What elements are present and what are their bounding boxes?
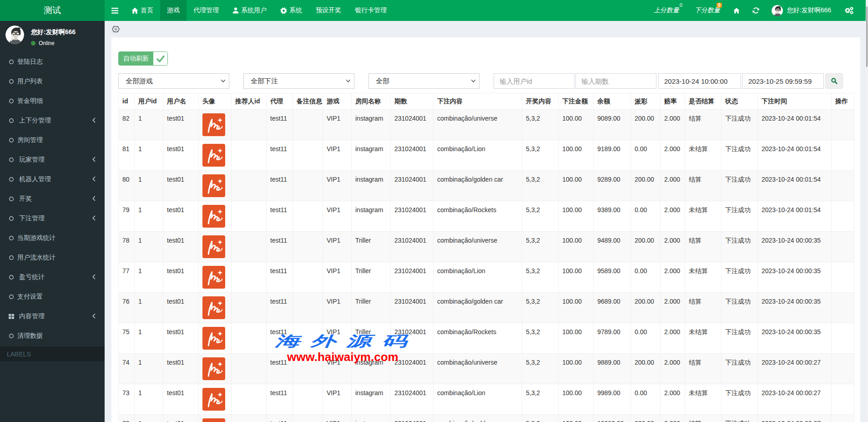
cell-referrer (232, 262, 267, 293)
sidebar-item[interactable]: 玩家管理 (0, 150, 105, 169)
sidebar-user-name: 您好:发财啊666 (31, 28, 76, 36)
column-header: 下注金额 (559, 93, 594, 110)
nav-item-bankcard[interactable]: 银行卡管理 (348, 0, 394, 21)
sidebar-item[interactable]: 开奖 (0, 189, 105, 208)
cell-settled: 未结算 (685, 262, 722, 293)
cell-settled: 结算 (685, 232, 722, 262)
column-header: 头像 (199, 93, 232, 110)
auto-refresh-checkbox[interactable] (153, 52, 167, 65)
sidebar-item[interactable]: 内容管理 (0, 306, 105, 326)
cell-result: 5,3,2 (522, 262, 559, 293)
sidebar-item[interactable]: 清理数据 (0, 326, 105, 346)
sidebar-item[interactable]: 登陆日志 (0, 52, 105, 71)
sidebar-item-label: 登陆日志 (17, 58, 43, 66)
breadcrumb (105, 21, 866, 37)
table-row: 761test01test11VIP1Triller231024001combi… (119, 293, 854, 323)
cell-id: 74 (119, 354, 135, 384)
settings-button[interactable] (838, 0, 866, 21)
sidebar-toggle-button[interactable] (105, 0, 125, 21)
chevron-left-icon (92, 196, 96, 201)
cell-time: 2023-10-24 00:00:27 (758, 384, 832, 415)
table-row: 791test01test11VIP1instagram231024001com… (119, 201, 854, 232)
nav-item-home[interactable]: 首页 (125, 0, 160, 21)
sidebar-item[interactable]: 用户列表 (0, 71, 105, 91)
cell-time: 2023-10-24 00:00:35 (758, 232, 832, 262)
top-navbar: 测试 首页 游戏 代理管理 系统用户 系统 预设开奖 银行卡管理 (0, 0, 866, 21)
cell-balance: 9489.00 (594, 232, 631, 262)
cell-game: VIP1 (323, 201, 352, 232)
cell-id: 80 (119, 171, 135, 201)
app-logo[interactable]: 测试 (0, 0, 105, 21)
page-scrollbar[interactable] (866, 0, 868, 422)
all-select[interactable]: 全部 (368, 73, 479, 89)
sidebar-item[interactable]: 上下分管理 (0, 111, 105, 130)
cell-payout: 200.00 (631, 354, 661, 384)
cell-user_id: 1 (135, 262, 163, 293)
nav-item-label: 代理管理 (193, 6, 219, 15)
cell-settled: 未结算 (685, 323, 722, 354)
cell-bet: combinação/golden car (434, 415, 522, 422)
sidebar-item[interactable]: 盈亏统计 (0, 267, 105, 287)
table-row: 741test01test11VIP1instagram231024001com… (119, 354, 854, 384)
search-button[interactable] (825, 73, 843, 89)
circle-icon (9, 216, 14, 221)
nav-item-sysuser[interactable]: 系统用户 (226, 0, 273, 21)
nav-item-system[interactable]: 系统 (273, 0, 309, 21)
avatar-cell (199, 384, 232, 415)
cell-amount: 100.00 (559, 323, 594, 354)
cell-bet: combinação/Lion (434, 262, 522, 293)
nav-item-preset[interactable]: 预设开奖 (309, 0, 348, 21)
sidebar-item[interactable]: 下注管理 (0, 208, 105, 228)
home-icon (733, 7, 740, 14)
date-from-input[interactable] (658, 73, 741, 89)
cell-amount: 100.00 (559, 140, 594, 171)
cell-result: 5,3,2 (522, 293, 559, 323)
column-header: 余额 (594, 93, 631, 110)
sidebar-item-label: 资金明细 (17, 97, 43, 105)
bet-select[interactable]: 全部下注 (243, 73, 354, 89)
cell-bet: combinação/golden car (434, 171, 522, 201)
cell-remark (293, 384, 323, 415)
sidebar-item[interactable]: 当期游戏统计 (0, 228, 105, 248)
circle-icon (9, 158, 14, 162)
cell-bet: combinação/Lion (434, 384, 522, 415)
sidebar-item[interactable]: 支付设置 (0, 287, 105, 306)
sidebar-item[interactable]: 房间管理 (0, 130, 105, 150)
home-shortcut-button[interactable] (727, 0, 747, 21)
cell-amount: 100.00 (559, 110, 594, 140)
sidebar-user-status[interactable]: Online (31, 40, 76, 46)
date-to-input[interactable] (742, 73, 824, 89)
game-select[interactable]: 全部游戏 (118, 73, 229, 89)
cell-agent: test11 (267, 110, 293, 140)
cell-period: 231024001 (391, 354, 434, 384)
userid-input[interactable] (494, 73, 575, 89)
score-up-button[interactable]: 上分数量 0 (645, 0, 688, 21)
cell-bet: combinação/universe (434, 110, 522, 140)
cell-room: Triller (352, 262, 391, 293)
sidebar-item[interactable]: 资金明细 (0, 91, 105, 111)
user-menu[interactable]: 您好:发财啊666 (765, 0, 838, 21)
cell-payout: 0.00 (631, 201, 661, 232)
chevron-left-icon (92, 117, 96, 123)
nav-item-agent[interactable]: 代理管理 (187, 0, 226, 21)
scrollbar-thumb[interactable] (866, 6, 868, 67)
sidebar-item-label: 上下分管理 (17, 117, 51, 125)
score-down-button[interactable]: 下分数量 0 (688, 0, 727, 21)
period-input[interactable] (575, 73, 656, 89)
score-up-badge: 0 (680, 3, 682, 8)
cell-action (832, 415, 854, 422)
circle-icon (9, 99, 14, 103)
nav-item-game[interactable]: 游戏 (160, 0, 187, 21)
cell-referrer (232, 323, 267, 354)
cell-odds: 2.000 (661, 140, 685, 171)
column-header: 下注时间 (758, 93, 832, 110)
column-header: 房间名称 (352, 93, 391, 110)
auto-refresh-toggle[interactable]: 自动刷新 (118, 51, 168, 66)
sidebar-item[interactable]: 机器人管理 (0, 169, 105, 189)
cell-payout: 200.00 (631, 110, 661, 140)
sidebar-item[interactable]: 用户流水统计 (0, 248, 105, 267)
cell-user_id: 1 (135, 415, 163, 422)
refresh-button[interactable] (747, 0, 765, 21)
cell-balance: 9789.00 (594, 323, 631, 354)
cell-referrer (232, 415, 267, 422)
